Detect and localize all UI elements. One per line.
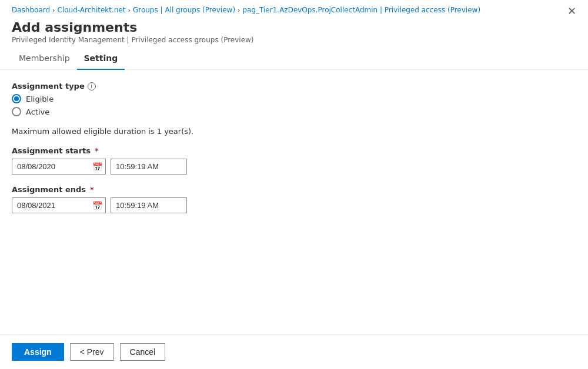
ends-time-input[interactable]: [111, 197, 187, 213]
radio-active-label: Active: [26, 108, 49, 116]
assignment-type-radio-group: Eligible Active: [12, 94, 576, 116]
ends-date-input[interactable]: [12, 197, 106, 213]
breadcrumb-groups[interactable]: Groups | All groups (Preview): [133, 6, 235, 14]
ends-required: *: [90, 185, 94, 194]
page-title: Add assignments: [12, 20, 576, 35]
radio-eligible-label: Eligible: [26, 95, 54, 103]
radio-eligible[interactable]: Eligible: [12, 94, 576, 103]
panel: Dashboard › Cloud-Architekt.net › Groups…: [0, 0, 588, 369]
max-duration-info: Maximum allowed eligible duration is 1 y…: [12, 127, 576, 136]
starts-date-input[interactable]: [12, 159, 106, 175]
assignment-starts-label: Assignment starts *: [12, 146, 576, 155]
sep2: ›: [128, 6, 131, 14]
close-button[interactable]: ✕: [567, 6, 576, 16]
panel-header: Add assignments Privileged Identity Mana…: [0, 18, 588, 49]
sep3: ›: [238, 6, 240, 14]
ends-date-row: 📅: [12, 197, 576, 213]
content: Assignment type i Eligible Active Maximu…: [0, 70, 588, 334]
starts-date-wrap: 📅: [12, 159, 106, 175]
footer: Assign < Prev Cancel: [0, 334, 588, 369]
starts-date-row: 📅: [12, 159, 576, 175]
assignment-type-label: Assignment type i: [12, 82, 576, 90]
breadcrumb: Dashboard › Cloud-Architekt.net › Groups…: [0, 0, 588, 18]
sep1: ›: [52, 6, 55, 14]
starts-time-input[interactable]: [111, 159, 187, 175]
tabs: Membership Setting: [0, 49, 588, 70]
breadcrumb-dashboard[interactable]: Dashboard: [12, 6, 50, 14]
radio-active-circle: [12, 107, 21, 116]
assignment-type-info-icon: i: [88, 82, 96, 90]
tab-setting[interactable]: Setting: [77, 49, 125, 70]
assign-button[interactable]: Assign: [12, 343, 64, 361]
starts-required: *: [95, 146, 99, 155]
breadcrumb-tenant[interactable]: Cloud-Architekt.net: [58, 6, 126, 14]
panel-subtitle: Privileged Identity Management | Privile…: [12, 36, 576, 44]
ends-date-wrap: 📅: [12, 197, 106, 213]
assignment-ends-group: Assignment ends * 📅: [12, 185, 576, 213]
assignment-ends-label: Assignment ends *: [12, 185, 576, 194]
tab-membership[interactable]: Membership: [12, 49, 77, 70]
radio-eligible-circle: [12, 94, 21, 103]
prev-button[interactable]: < Prev: [70, 343, 114, 361]
assignment-starts-group: Assignment starts * 📅: [12, 146, 576, 175]
radio-active[interactable]: Active: [12, 107, 576, 116]
cancel-button[interactable]: Cancel: [120, 343, 166, 361]
assignment-type-group: Assignment type i Eligible Active: [12, 82, 576, 116]
breadcrumb-pag[interactable]: pag_Tier1.AzDevOps.ProjCollectAdmin | Pr…: [242, 6, 480, 14]
